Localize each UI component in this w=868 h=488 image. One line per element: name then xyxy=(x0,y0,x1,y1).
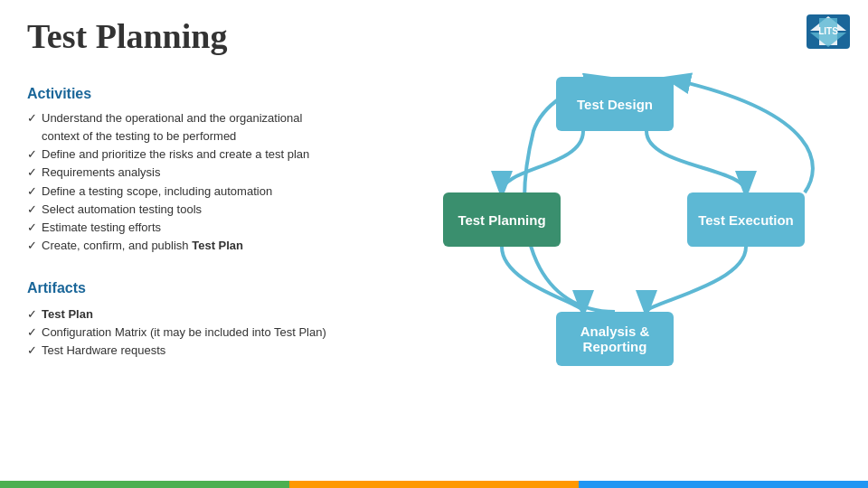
bottom-bar-green xyxy=(0,481,289,488)
list-item: Configuration Matrix (it may be included… xyxy=(27,324,380,342)
bottom-bar-orange xyxy=(289,481,579,488)
list-item: Test Plan xyxy=(27,305,380,324)
list-item: Define and prioritize the risks and crea… xyxy=(27,145,380,164)
test-execution-box: Test Execution xyxy=(687,192,805,247)
list-item: Estimate testing efforts xyxy=(27,219,380,237)
list-item: Understand the operational and the organ… xyxy=(27,109,380,145)
bottom-bar xyxy=(0,481,868,488)
analysis-reporting-box: Analysis & Reporting xyxy=(556,312,674,366)
artifacts-title: Artifacts xyxy=(27,280,380,296)
list-item: Test Hardware requests xyxy=(27,342,380,360)
bottom-bar-blue xyxy=(579,481,868,488)
list-item: Define a testing scope, including automa… xyxy=(27,183,380,201)
activities-title: Activities xyxy=(27,86,380,102)
activities-list: Understand the operational and the organ… xyxy=(27,109,380,255)
test-planning-box: Test Planning xyxy=(443,192,561,247)
page-title: Test Planning xyxy=(27,16,227,56)
svg-text:LITS: LITS xyxy=(818,26,838,36)
list-item: Select automation testing tools xyxy=(27,201,380,219)
diagram-area: Test Design Test Planning Test Execution… xyxy=(416,59,850,420)
left-content: Activities Understand the operational an… xyxy=(27,86,380,375)
list-item: Requirements analysis xyxy=(27,164,380,182)
logo: LITS xyxy=(805,13,852,51)
artifacts-list: Test Plan Configuration Matrix (it may b… xyxy=(27,305,380,360)
list-item: Create, confirm, and publish Test Plan xyxy=(27,237,380,255)
test-design-box: Test Design xyxy=(556,77,674,131)
